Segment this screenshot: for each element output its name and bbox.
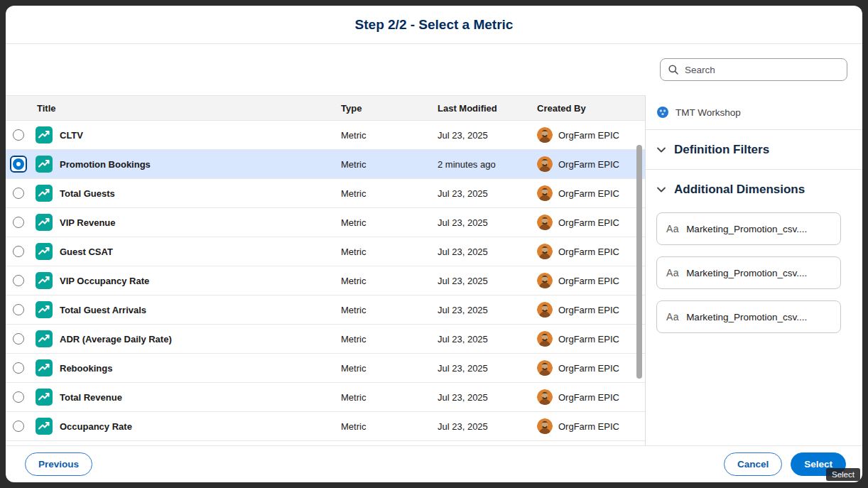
chevron-down-icon: [656, 184, 667, 195]
avatar: [537, 418, 553, 434]
table-scrollbar[interactable]: [636, 145, 642, 379]
table-header-row: Title Type Last Modified Created By: [6, 95, 645, 121]
row-radio-focus-ring: [10, 272, 27, 289]
table-row[interactable]: Promotion Bookings Metric 2 minutes ago …: [6, 150, 645, 179]
text-type-icon: Aa: [666, 267, 679, 278]
row-created-by: OrgFarm EPIC: [558, 334, 619, 345]
table-scrollbar-track: [636, 121, 642, 445]
column-type[interactable]: Type: [341, 103, 438, 114]
table-row[interactable]: Occupancy Rate Metric Jul 23, 2025 OrgFa…: [6, 412, 645, 441]
dimension-field[interactable]: Aa Marketing_Promotion_csv....: [656, 300, 841, 333]
table-row[interactable]: Total Revenue Metric Jul 23, 2025 OrgFar…: [6, 383, 645, 412]
row-modified: 2 minutes ago: [438, 159, 537, 170]
row-modified: Jul 23, 2025: [438, 305, 537, 315]
row-title: ADR (Average Daily Rate): [60, 334, 341, 345]
row-modified: Jul 23, 2025: [438, 334, 537, 345]
radio-cell: [6, 156, 36, 173]
row-created-by: OrgFarm EPIC: [558, 246, 619, 257]
select-button-tooltip: Select: [826, 468, 860, 481]
row-type: Metric: [341, 246, 438, 257]
column-last-modified[interactable]: Last Modified: [438, 103, 537, 114]
radio-cell: [6, 359, 36, 376]
search-area: [645, 44, 862, 95]
row-radio-focus-ring: [10, 243, 27, 260]
avatar: [537, 244, 553, 259]
row-title: VIP Occupancy Rate: [60, 276, 341, 286]
avatar: [537, 331, 553, 347]
search-box[interactable]: [660, 58, 847, 81]
icon-cell: [36, 243, 60, 260]
row-radio[interactable]: [13, 304, 24, 315]
row-radio[interactable]: [13, 333, 24, 345]
table-row[interactable]: Total Guests Metric Jul 23, 2025 OrgFarm…: [6, 179, 645, 208]
details-sidebar: TMT Workshop Definition Filters Addition…: [645, 95, 862, 445]
created-by-cell: OrgFarm EPIC: [537, 302, 645, 318]
row-radio[interactable]: [13, 158, 24, 170]
row-title: Promotion Bookings: [60, 159, 341, 170]
dimension-list: Aa Marketing_Promotion_csv.... Aa Market…: [646, 210, 862, 333]
table-row[interactable]: Rebookings Metric Jul 23, 2025 OrgFarm E…: [6, 354, 645, 383]
row-modified: Jul 23, 2025: [438, 130, 537, 141]
row-title: Total Guest Arrivals: [60, 305, 341, 315]
previous-button[interactable]: Previous: [25, 452, 92, 476]
row-title: Guest CSAT: [60, 246, 341, 257]
avatar: [537, 127, 553, 143]
table-row[interactable]: VIP Occupancy Rate Metric Jul 23, 2025 O…: [6, 266, 645, 295]
column-created-by[interactable]: Created By: [537, 103, 645, 114]
row-radio[interactable]: [13, 217, 24, 228]
row-modified: Jul 23, 2025: [438, 246, 537, 257]
avatar: [537, 156, 553, 172]
row-radio[interactable]: [13, 188, 24, 199]
workspace-icon: [656, 106, 669, 119]
row-radio-focus-ring: [10, 359, 27, 376]
dimension-field[interactable]: Aa Marketing_Promotion_csv....: [656, 212, 841, 245]
table-row[interactable]: Total Guest Arrivals Metric Jul 23, 2025…: [6, 295, 645, 325]
table-row[interactable]: CLTV Metric Jul 23, 2025 OrgFarm EPIC: [6, 121, 645, 150]
row-modified: Jul 23, 2025: [438, 276, 537, 286]
cancel-button[interactable]: Cancel: [724, 452, 782, 476]
text-type-icon: Aa: [666, 223, 679, 234]
row-radio-focus-ring: [10, 185, 27, 202]
row-title: Occupancy Rate: [60, 421, 341, 432]
table-row[interactable]: VIP Revenue Metric Jul 23, 2025 OrgFarm …: [6, 208, 645, 237]
metric-table: Title Type Last Modified Created By CLTV…: [6, 95, 645, 445]
avatar: [537, 215, 553, 230]
search-input[interactable]: [685, 65, 840, 75]
section-label: Additional Dimensions: [674, 183, 805, 197]
dimension-field[interactable]: Aa Marketing_Promotion_csv....: [656, 256, 841, 289]
row-created-by: OrgFarm EPIC: [558, 188, 619, 199]
radio-cell: [6, 214, 36, 231]
metric-icon: [36, 272, 53, 289]
select-metric-modal: Step 2/2 - Select a Metric Title Type La…: [6, 6, 862, 482]
search-icon: [668, 64, 679, 75]
table-row[interactable]: ADR (Average Daily Rate) Metric Jul 23, …: [6, 325, 645, 354]
icon-cell: [36, 185, 60, 202]
radio-cell: [6, 389, 36, 406]
metric-icon: [36, 418, 53, 435]
icon-cell: [36, 214, 60, 231]
text-type-icon: Aa: [666, 311, 679, 322]
row-radio[interactable]: [13, 275, 24, 286]
metric-icon: [36, 126, 53, 143]
radio-cell: [6, 301, 36, 318]
row-radio-focus-ring: [10, 418, 27, 435]
row-radio[interactable]: [13, 246, 24, 257]
row-type: Metric: [341, 130, 438, 141]
workspace-name: TMT Workshop: [676, 107, 741, 118]
section-definition-filters[interactable]: Definition Filters: [646, 130, 862, 170]
avatar: [537, 302, 553, 318]
metric-icon: [36, 185, 53, 202]
column-title[interactable]: Title: [37, 103, 341, 114]
section-additional-dimensions[interactable]: Additional Dimensions: [646, 170, 862, 210]
icon-cell: [36, 359, 60, 376]
metric-icon: [36, 389, 53, 406]
row-radio-focus-ring: [10, 214, 27, 231]
radio-cell: [6, 272, 36, 289]
table-row[interactable]: Guest CSAT Metric Jul 23, 2025 OrgFarm E…: [6, 237, 645, 266]
row-radio[interactable]: [13, 391, 24, 403]
row-radio[interactable]: [13, 362, 24, 374]
row-radio[interactable]: [13, 129, 24, 141]
row-radio[interactable]: [13, 421, 24, 432]
chevron-down-icon: [656, 144, 667, 156]
modal-footer: Previous Cancel Select: [6, 445, 862, 482]
